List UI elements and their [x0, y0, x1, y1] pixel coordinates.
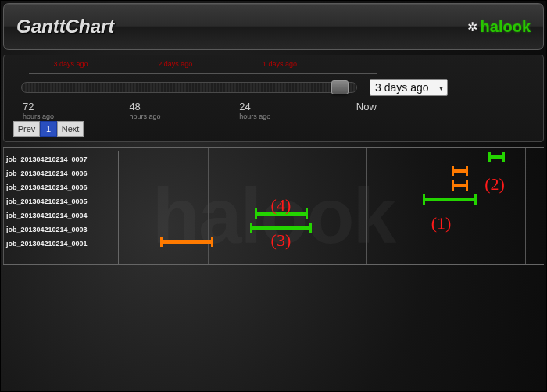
gantt-bar[interactable]	[250, 226, 312, 230]
annotation: (1)	[431, 213, 452, 233]
prev-button[interactable]: Prev	[13, 121, 40, 137]
range-select-value: 3 days ago	[375, 81, 429, 94]
page-title: GanttChart	[16, 16, 114, 37]
timeline-mark: 2 days ago	[155, 60, 195, 68]
axis-tick: 48 hours ago	[129, 101, 160, 120]
header-bar: GanttChart ✲ halook	[3, 3, 544, 50]
timeline-mark-rail: 3 days ago 2 days ago 1 days ago	[29, 63, 377, 74]
gantt-bar[interactable]	[452, 184, 468, 187]
brand-name: halook	[481, 18, 531, 36]
job-row-label: job_201304210214_0003	[3, 223, 118, 237]
annotation: (2)	[484, 174, 505, 194]
gantt-grid: job_201304210214_0007job_201304210214_00…	[3, 148, 544, 265]
gantt-bar[interactable]	[423, 198, 476, 201]
job-row-label: job_201304210214_0006	[3, 180, 118, 194]
row-labels: job_201304210214_0007job_201304210214_00…	[3, 151, 119, 265]
slider-thumb[interactable]	[331, 80, 349, 94]
axis-tick: 72 hours ago	[23, 101, 54, 120]
page-button[interactable]: 1	[40, 121, 57, 137]
job-row-label: job_201304210214_0007	[3, 152, 118, 166]
pager: Prev 1 Next	[13, 121, 534, 137]
slider-row: 3 days ago	[21, 79, 534, 96]
gantt-bar[interactable]	[488, 155, 505, 159]
axis-tick: Now	[356, 101, 377, 112]
axis-tick: 24 hours ago	[239, 101, 270, 120]
timeline-controls: 3 days ago 2 days ago 1 days ago 3 days …	[3, 55, 544, 142]
next-button[interactable]: Next	[57, 121, 84, 137]
timeline-mark: 1 days ago	[259, 60, 300, 68]
range-select[interactable]: 3 days ago	[370, 79, 448, 96]
job-row-label: job_201304210214_0001	[3, 237, 118, 251]
gantt-chart: halook job_201304210214_0007job_20130421…	[3, 147, 544, 365]
timeline-mark: 3 days ago	[50, 60, 91, 68]
app-window: GanttChart ✲ halook 3 days ago 2 days ag…	[0, 0, 547, 392]
brand-logo: ✲ halook	[467, 18, 531, 36]
gantt-bar[interactable]	[452, 169, 468, 173]
gear-icon: ✲	[467, 20, 477, 34]
time-slider[interactable]	[21, 82, 357, 93]
annotation: (3)	[271, 230, 291, 251]
gantt-bar[interactable]	[160, 240, 213, 244]
job-row-label: job_201304210214_0005	[3, 194, 118, 208]
gantt-bars: (2)(1)(4)(3)	[119, 151, 530, 265]
annotation: (4)	[271, 195, 291, 216]
job-row-label: job_201304210214_0006	[3, 166, 118, 180]
job-row-label: job_201304210214_0004	[3, 208, 118, 223]
